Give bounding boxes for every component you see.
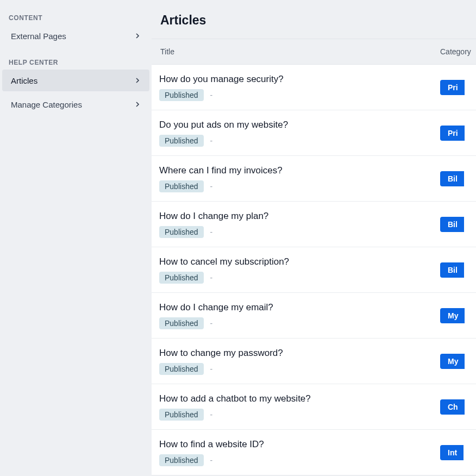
status-badge: Published — [159, 409, 204, 421]
article-title: How do I change my email? — [159, 302, 440, 313]
category-chip[interactable]: Pri — [440, 126, 465, 141]
table-row[interactable]: How to find a website ID?Published-Int — [152, 430, 476, 475]
row-category-cell: Ch — [440, 399, 476, 415]
row-extra: - — [210, 410, 213, 419]
row-meta: Published- — [159, 89, 440, 101]
category-chip[interactable]: Ch — [440, 399, 465, 415]
status-badge: Published — [159, 363, 204, 375]
chevron-right-icon — [133, 32, 142, 40]
chevron-right-icon — [133, 76, 142, 85]
sidebar-section-helpcenter: HELP CENTER — [0, 54, 152, 70]
row-meta: Published- — [159, 135, 440, 147]
article-title: How do I change my plan? — [159, 211, 440, 222]
category-chip[interactable]: My — [440, 354, 465, 369]
article-title: How to find a website ID? — [159, 439, 440, 450]
row-category-cell: My — [440, 308, 476, 323]
article-title: How do you manage security? — [159, 74, 440, 85]
sidebar-item-label: Manage Categories — [11, 100, 82, 109]
article-title: How to change my password? — [159, 348, 440, 359]
row-category-cell: Pri — [440, 80, 476, 95]
row-meta: Published- — [159, 454, 440, 466]
table-body: How do you manage security?Published-Pri… — [152, 65, 476, 475]
sidebar-item-label: External Pages — [11, 32, 66, 41]
sidebar: CONTENT External Pages HELP CENTER Artic… — [0, 0, 152, 476]
row-extra: - — [210, 91, 213, 99]
category-chip[interactable]: Bil — [440, 171, 464, 186]
table-row[interactable]: Where can I find my invoices?Published-B… — [152, 156, 476, 202]
sidebar-item-articles[interactable]: Articles — [2, 70, 149, 91]
row-meta: Published- — [159, 226, 440, 238]
row-main: How to cancel my subscription?Published- — [152, 256, 440, 284]
table-row[interactable]: How do you manage security?Published-Pri — [152, 65, 476, 110]
row-main: How do I change my email?Published- — [152, 302, 440, 329]
row-extra: - — [210, 228, 213, 236]
article-title: Where can I find my invoices? — [159, 165, 440, 176]
table-row[interactable]: How to cancel my subscription?Published-… — [152, 247, 476, 293]
table-row[interactable]: How to add a chatbot to my website?Publi… — [152, 384, 476, 430]
row-category-cell: Bil — [440, 171, 476, 186]
article-title: How to cancel my subscription? — [159, 256, 440, 267]
status-badge: Published — [159, 317, 204, 329]
main-header: Articles — [152, 0, 476, 39]
table-row[interactable]: Do you put ads on my website?Published-P… — [152, 110, 476, 156]
row-main: How do I change my plan?Published- — [152, 211, 440, 238]
row-extra: - — [210, 136, 213, 145]
row-extra: - — [210, 319, 213, 328]
row-main: How to add a chatbot to my website?Publi… — [152, 393, 440, 421]
row-category-cell: My — [440, 354, 476, 369]
table-row[interactable]: How do I change my plan?Published-Bil — [152, 202, 476, 247]
chevron-right-icon — [133, 100, 142, 109]
row-meta: Published- — [159, 409, 440, 421]
main: Articles Title Category How do you manag… — [152, 0, 476, 476]
row-extra: - — [210, 365, 213, 373]
row-main: Where can I find my invoices?Published- — [152, 165, 440, 192]
row-extra: - — [210, 456, 213, 465]
row-main: How do you manage security?Published- — [152, 74, 440, 101]
table-row[interactable]: How to change my password?Published-My — [152, 339, 476, 384]
row-meta: Published- — [159, 363, 440, 375]
sidebar-item-label: Articles — [11, 76, 37, 85]
category-chip[interactable]: My — [440, 308, 465, 323]
row-extra: - — [210, 182, 213, 191]
row-main: Do you put ads on my website?Published- — [152, 120, 440, 147]
row-category-cell: Bil — [440, 262, 476, 278]
articles-table: Title Category How do you manage securit… — [152, 39, 476, 476]
category-chip[interactable]: Bil — [440, 262, 464, 278]
status-badge: Published — [159, 89, 204, 101]
row-meta: Published- — [159, 180, 440, 192]
category-chip[interactable]: Bil — [440, 217, 464, 232]
row-meta: Published- — [159, 272, 440, 284]
sidebar-section-content: CONTENT — [0, 10, 152, 25]
status-badge: Published — [159, 135, 204, 147]
row-category-cell: Int — [440, 445, 476, 460]
row-extra: - — [210, 273, 213, 282]
row-category-cell: Pri — [440, 126, 476, 141]
row-main: How to change my password?Published- — [152, 348, 440, 375]
sidebar-item-external-pages[interactable]: External Pages — [2, 25, 149, 47]
page-title: Articles — [160, 13, 467, 28]
category-chip[interactable]: Int — [440, 445, 464, 460]
status-badge: Published — [159, 226, 204, 238]
article-title: Do you put ads on my website? — [159, 120, 440, 130]
sidebar-item-manage-categories[interactable]: Manage Categories — [2, 93, 149, 115]
status-badge: Published — [159, 180, 204, 192]
table-header: Title Category — [152, 39, 476, 65]
article-title: How to add a chatbot to my website? — [159, 393, 440, 404]
category-chip[interactable]: Pri — [440, 80, 465, 95]
column-header-category[interactable]: Category — [440, 47, 476, 56]
status-badge: Published — [159, 272, 204, 284]
table-row[interactable]: How do I change my email?Published-My — [152, 293, 476, 339]
row-meta: Published- — [159, 317, 440, 329]
row-main: How to find a website ID?Published- — [152, 439, 440, 466]
column-header-title[interactable]: Title — [152, 47, 440, 56]
row-category-cell: Bil — [440, 217, 476, 232]
status-badge: Published — [159, 454, 204, 466]
